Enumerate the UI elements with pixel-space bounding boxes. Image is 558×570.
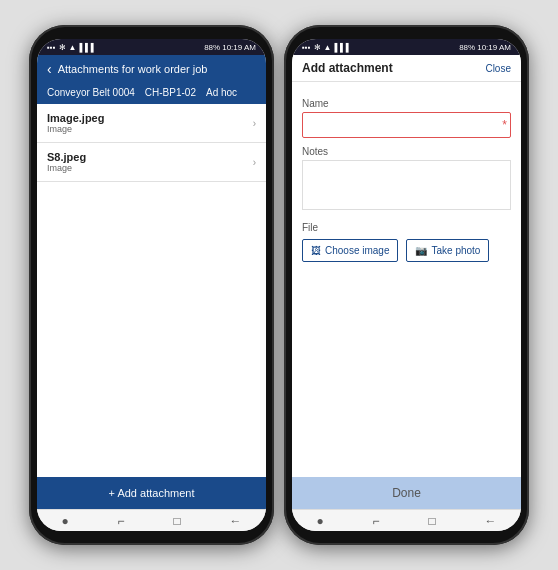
form-body: Name * Notes File 🖼 Choose image (292, 82, 521, 477)
add-attachment-title: Add attachment (302, 61, 393, 75)
phone-1: ▪▪▪ ✻ ▲ ▌▌▌ 88% 10:19 AM ‹ Attachments f… (29, 25, 274, 545)
choose-image-label: Choose image (325, 245, 389, 256)
attachment-info-1: Image.jpeg Image (47, 112, 104, 134)
attachment-type-1: Image (47, 124, 104, 134)
file-label: File (302, 222, 511, 233)
status-left-1: ▪▪▪ ✻ ▲ ▌▌▌ (47, 43, 96, 52)
add-attachment-button[interactable]: + Add attachment (37, 477, 266, 509)
required-star: * (502, 118, 507, 132)
bottom-nav-2: ● ⌐ □ ← (292, 509, 521, 531)
equipment-name: Conveyor Belt 0004 (47, 87, 135, 98)
info-bar: Conveyor Belt 0004 CH-BP1-02 Ad hoc (37, 83, 266, 104)
signal-bars-2: ▌▌▌ (334, 43, 351, 52)
nav-bar-1: ‹ Attachments for work order job (37, 55, 266, 83)
nav-title: Attachments for work order job (58, 63, 208, 75)
name-input-wrapper: * (302, 112, 511, 138)
bluetooth-icon: ✻ (59, 43, 66, 52)
name-input[interactable] (302, 112, 511, 138)
home-nav-icon[interactable]: ● (61, 514, 68, 528)
take-photo-icon: 📷 (415, 245, 427, 256)
equipment-code: CH-BP1-02 (145, 87, 196, 98)
clock-2: 10:19 AM (477, 43, 511, 52)
attachment-info-2: S8.jpeg Image (47, 151, 86, 173)
signal-bars: ▌▌▌ (79, 43, 96, 52)
notes-input[interactable] (302, 160, 511, 210)
file-buttons: 🖼 Choose image 📷 Take photo (302, 239, 511, 262)
choose-image-icon: 🖼 (311, 245, 321, 256)
recent-nav-icon[interactable]: ⌐ (118, 514, 125, 528)
work-order-type: Ad hoc (206, 87, 237, 98)
attachment-type-2: Image (47, 163, 86, 173)
status-left-2: ▪▪▪ ✻ ▲ ▌▌▌ (302, 43, 351, 52)
attachment-item-2[interactable]: S8.jpeg Image › (37, 143, 266, 182)
battery-percent-2: 88% (459, 43, 475, 52)
file-section: File 🖼 Choose image 📷 Take photo (302, 222, 511, 262)
close-button[interactable]: Close (485, 63, 511, 74)
take-photo-label: Take photo (431, 245, 480, 256)
phone-2: ▪▪▪ ✻ ▲ ▌▌▌ 88% 10:19 AM Add attachment … (284, 25, 529, 545)
take-photo-button[interactable]: 📷 Take photo (406, 239, 489, 262)
add-attachment-header: Add attachment Close (292, 55, 521, 82)
back-nav-icon-2[interactable]: ← (485, 514, 497, 528)
bluetooth-icon-2: ✻ (314, 43, 321, 52)
wifi-icon: ▲ (69, 43, 77, 52)
signal-icon-2: ▪▪▪ (302, 43, 311, 52)
back-nav-icon[interactable]: ← (230, 514, 242, 528)
wifi-icon-2: ▲ (324, 43, 332, 52)
battery-percent: 88% (204, 43, 220, 52)
status-right-1: 88% 10:19 AM (204, 43, 256, 52)
attachments-list: Image.jpeg Image › S8.jpeg Image › (37, 104, 266, 477)
notes-label: Notes (302, 146, 511, 157)
attachment-name-1: Image.jpeg (47, 112, 104, 124)
attachment-item-1[interactable]: Image.jpeg Image › (37, 104, 266, 143)
clock: 10:19 AM (222, 43, 256, 52)
bottom-nav-1: ● ⌐ □ ← (37, 509, 266, 531)
done-button[interactable]: Done (292, 477, 521, 509)
square-nav-icon-2[interactable]: □ (428, 514, 435, 528)
attachment-name-2: S8.jpeg (47, 151, 86, 163)
recent-nav-icon-2[interactable]: ⌐ (373, 514, 380, 528)
chevron-icon-2: › (253, 157, 256, 168)
status-bar-1: ▪▪▪ ✻ ▲ ▌▌▌ 88% 10:19 AM (37, 39, 266, 55)
signal-icon: ▪▪▪ (47, 43, 56, 52)
phone-2-screen: ▪▪▪ ✻ ▲ ▌▌▌ 88% 10:19 AM Add attachment … (292, 39, 521, 531)
square-nav-icon[interactable]: □ (173, 514, 180, 528)
home-nav-icon-2[interactable]: ● (316, 514, 323, 528)
chevron-icon-1: › (253, 118, 256, 129)
status-bar-2: ▪▪▪ ✻ ▲ ▌▌▌ 88% 10:19 AM (292, 39, 521, 55)
name-label: Name (302, 98, 511, 109)
back-button[interactable]: ‹ (47, 61, 52, 77)
status-right-2: 88% 10:19 AM (459, 43, 511, 52)
choose-image-button[interactable]: 🖼 Choose image (302, 239, 398, 262)
phone-1-screen: ▪▪▪ ✻ ▲ ▌▌▌ 88% 10:19 AM ‹ Attachments f… (37, 39, 266, 531)
